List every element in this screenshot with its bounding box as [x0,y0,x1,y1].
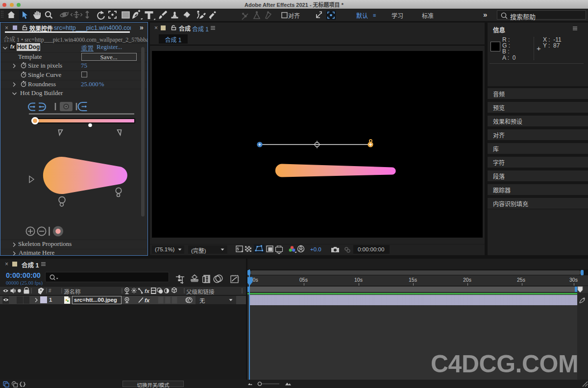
svg-text:#: # [49,288,51,293]
svg-text:fx: fx [145,297,150,303]
svg-text:fx: fx [145,288,150,294]
